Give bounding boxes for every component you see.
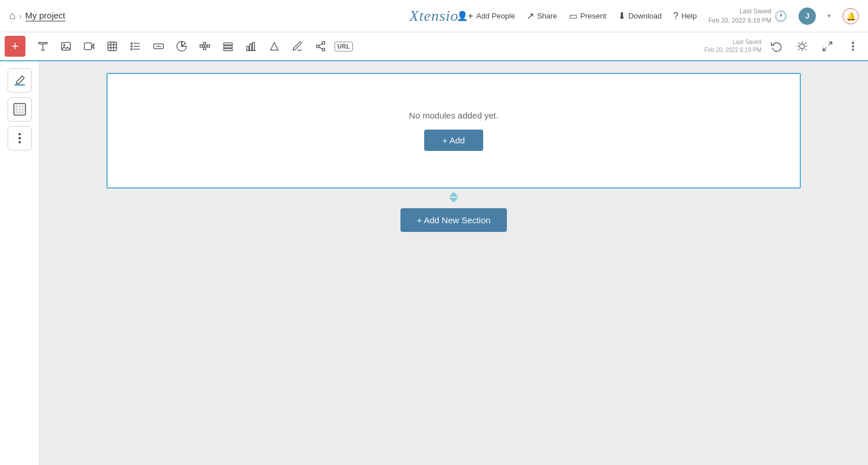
present-label: Present bbox=[580, 12, 606, 20]
shape-tool-icon bbox=[269, 40, 280, 52]
svg-point-55 bbox=[19, 141, 21, 143]
pie-chart-tool-icon bbox=[176, 40, 187, 52]
fill-color-tool[interactable] bbox=[8, 68, 32, 93]
content-area: No modules added yet. + Add + Add New Se… bbox=[39, 61, 868, 465]
section-empty-state: No modules added yet. + Add bbox=[409, 110, 498, 151]
section-options-tool[interactable] bbox=[8, 126, 32, 150]
logo-area: Xtensio bbox=[410, 8, 459, 25]
divider-arrow-down bbox=[449, 198, 458, 202]
social-share-tool-icon bbox=[315, 40, 326, 52]
svg-marker-6 bbox=[91, 44, 94, 49]
notification-bell[interactable]: 🔔 bbox=[843, 8, 859, 24]
home-icon[interactable]: ⌂ bbox=[9, 10, 16, 22]
svg-line-37 bbox=[319, 47, 322, 49]
toolbar-last-saved-date: Feb 20, 2022 6:19 PM bbox=[704, 46, 762, 54]
text-tool-button[interactable] bbox=[32, 36, 53, 57]
section-divider bbox=[449, 192, 458, 202]
more-options-icon bbox=[847, 40, 859, 52]
avatar-chevron[interactable]: ▾ bbox=[827, 12, 831, 20]
background-pattern-tool[interactable] bbox=[8, 97, 32, 121]
diagram-tool-icon bbox=[199, 40, 211, 52]
svg-point-44 bbox=[852, 49, 854, 51]
download-label: Download bbox=[628, 12, 662, 20]
fullscreen-button[interactable] bbox=[817, 36, 838, 57]
table-tool-button[interactable] bbox=[102, 36, 123, 57]
url-tool-icon: URL bbox=[334, 42, 353, 51]
last-saved-label: Last Saved bbox=[708, 7, 771, 16]
left-sidebar bbox=[0, 61, 39, 465]
add-module-button[interactable]: + Add bbox=[424, 130, 484, 151]
nav-left: ⌂ › My project bbox=[9, 10, 457, 22]
svg-rect-30 bbox=[247, 46, 249, 51]
history-clock-icon[interactable]: 🕐 bbox=[774, 10, 787, 23]
theme-button[interactable] bbox=[792, 36, 812, 57]
shape-tool-button[interactable] bbox=[264, 36, 285, 57]
project-title[interactable]: My project bbox=[25, 10, 65, 21]
social-share-tool-button[interactable] bbox=[310, 36, 331, 57]
svg-rect-32 bbox=[253, 42, 255, 50]
history-button[interactable] bbox=[766, 36, 787, 57]
svg-line-41 bbox=[823, 47, 827, 51]
svg-point-34 bbox=[322, 42, 325, 45]
toolbar-last-saved: Last Saved Feb 20, 2022 6:19 PM bbox=[704, 38, 762, 54]
diagram-tool-button[interactable] bbox=[194, 36, 215, 57]
button-tool-button[interactable] bbox=[148, 36, 169, 57]
fill-color-icon bbox=[13, 74, 26, 87]
svg-line-40 bbox=[829, 42, 832, 46]
toolbar: + URL bbox=[0, 32, 868, 61]
svg-rect-0 bbox=[39, 42, 47, 44]
add-people-icon: 👤+ bbox=[457, 10, 473, 21]
image-tool-button[interactable] bbox=[56, 36, 76, 57]
toolbar-last-saved-label: Last Saved bbox=[704, 38, 762, 46]
toolbar-right: Last Saved Feb 20, 2022 6:19 PM bbox=[704, 36, 863, 57]
svg-point-35 bbox=[317, 45, 319, 48]
video-tool-button[interactable] bbox=[79, 36, 100, 57]
url-tool-button[interactable]: URL bbox=[333, 36, 354, 57]
svg-point-4 bbox=[64, 44, 65, 46]
svg-point-36 bbox=[322, 48, 325, 51]
image-tool-icon bbox=[60, 40, 72, 52]
last-saved-date: Feb 20, 2022 6:19 PM bbox=[708, 16, 771, 25]
svg-point-43 bbox=[852, 46, 854, 47]
help-button[interactable]: ? Help bbox=[673, 11, 697, 21]
add-new-button[interactable]: + bbox=[5, 36, 25, 57]
download-icon: ⬇ bbox=[618, 10, 626, 21]
svg-point-42 bbox=[852, 42, 854, 44]
share-label: Share bbox=[537, 12, 557, 20]
more-options-button[interactable] bbox=[843, 36, 863, 57]
svg-rect-22 bbox=[204, 47, 206, 50]
add-people-label: Add People bbox=[476, 12, 515, 20]
svg-rect-7 bbox=[108, 42, 117, 51]
share-button[interactable]: ↗ Share bbox=[527, 10, 557, 21]
svg-point-39 bbox=[800, 44, 804, 49]
text-tool-icon bbox=[37, 40, 49, 52]
svg-point-53 bbox=[19, 133, 21, 135]
add-new-section-button[interactable]: + Add New Section bbox=[400, 208, 506, 232]
table-tool-icon bbox=[106, 40, 118, 52]
add-people-button[interactable]: 👤+ Add People bbox=[457, 10, 516, 21]
nav-right: 👤+ Add People ↗ Share ▭ Present ⬇ Downlo… bbox=[457, 7, 859, 25]
avatar[interactable]: J bbox=[799, 8, 816, 25]
list-tool-button[interactable] bbox=[125, 36, 146, 57]
download-button[interactable]: ⬇ Download bbox=[618, 10, 662, 21]
present-button[interactable]: ▭ Present bbox=[569, 10, 606, 21]
background-pattern-icon bbox=[13, 103, 26, 116]
svg-rect-5 bbox=[84, 43, 92, 50]
no-modules-text: No modules added yet. bbox=[409, 110, 498, 120]
top-nav: ⌂ › My project Xtensio 👤+ Add People ↗ S… bbox=[0, 0, 868, 32]
whiteboard-tool-button[interactable] bbox=[287, 36, 308, 57]
theme-icon bbox=[796, 40, 808, 52]
svg-rect-21 bbox=[204, 42, 206, 45]
pie-chart-tool-button[interactable] bbox=[171, 36, 192, 57]
stack-tool-button[interactable] bbox=[218, 36, 238, 57]
svg-rect-31 bbox=[250, 44, 252, 51]
svg-point-15 bbox=[131, 43, 133, 45]
svg-rect-28 bbox=[224, 46, 233, 47]
last-saved-text: Last Saved Feb 20, 2022 6:19 PM bbox=[708, 7, 771, 25]
bar-chart-tool-button[interactable] bbox=[241, 36, 262, 57]
breadcrumb-chevron: › bbox=[19, 12, 22, 21]
section-card: No modules added yet. + Add bbox=[106, 73, 801, 189]
fullscreen-icon bbox=[822, 40, 833, 52]
share-icon: ↗ bbox=[527, 10, 534, 21]
svg-rect-23 bbox=[207, 45, 209, 47]
